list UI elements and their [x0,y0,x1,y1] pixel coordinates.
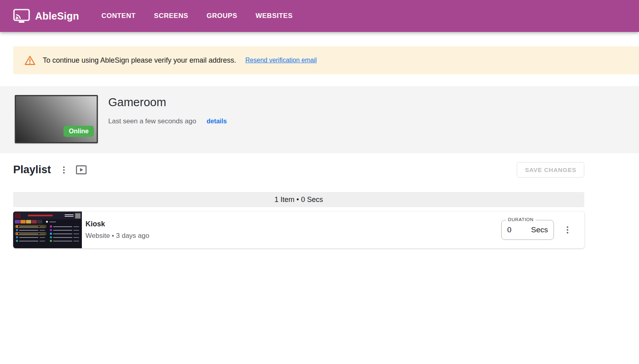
nav-item-screens[interactable]: SCREENS [154,8,189,24]
resend-verification-link[interactable]: Resend verification email [245,57,317,64]
playlist-item-thumbnail [13,212,82,248]
playlist-item-info: Kiosk Website • 3 days ago [85,220,149,240]
playlist-heading: Playlist [13,164,51,176]
playlist-summary-bar: 1 Item • 0 Secs [13,192,584,207]
duration-fieldset: DURATION Secs [501,220,554,240]
playlist-kebab-menu-icon[interactable] [61,165,67,175]
slideshow-play-icon [76,165,87,174]
item-kebab-menu-icon[interactable] [564,225,571,235]
playlist-header: Playlist SAVE CHANGES [13,162,639,178]
cast-screen-icon [13,9,30,23]
status-badge: Online [64,126,94,137]
duration-value-input[interactable] [507,226,521,234]
nav-item-websites[interactable]: WEBSITES [256,8,293,24]
playlist-summary-text: 1 Item • 0 Secs [274,196,323,204]
nav-item-content[interactable]: CONTENT [101,8,136,24]
duration-unit: Secs [531,226,548,234]
playlist-item-name: Kiosk [85,220,149,228]
warning-triangle-icon [24,55,36,66]
duration-label: DURATION [506,217,536,222]
playlist-item-row: Kiosk Website • 3 days ago DURATION Secs [13,212,584,248]
screen-name: Gameroom [108,96,227,109]
screen-info-section: Online Gameroom Last seen a few seconds … [0,86,639,153]
details-link[interactable]: details [206,118,227,125]
verify-email-banner: To continue using AbleSign please verify… [13,46,639,74]
playlist-item-meta: Website • 3 days ago [85,232,149,240]
brand-name: AbleSign [35,10,79,22]
main-nav: CONTENT SCREENS GROUPS WEBSITES [101,8,311,24]
playlist-preview-button[interactable] [74,164,88,176]
screen-info: Gameroom Last seen a few seconds ago det… [108,95,227,153]
top-navbar: AbleSign CONTENT SCREENS GROUPS WEBSITES [0,0,639,32]
last-seen-text: Last seen a few seconds ago [108,117,196,125]
brand-logo[interactable]: AbleSign [13,9,79,23]
nav-item-groups[interactable]: GROUPS [206,8,237,24]
banner-message: To continue using AbleSign please verify… [43,56,236,65]
save-changes-button[interactable]: SAVE CHANGES [517,162,584,178]
screen-preview: Online [15,95,98,143]
